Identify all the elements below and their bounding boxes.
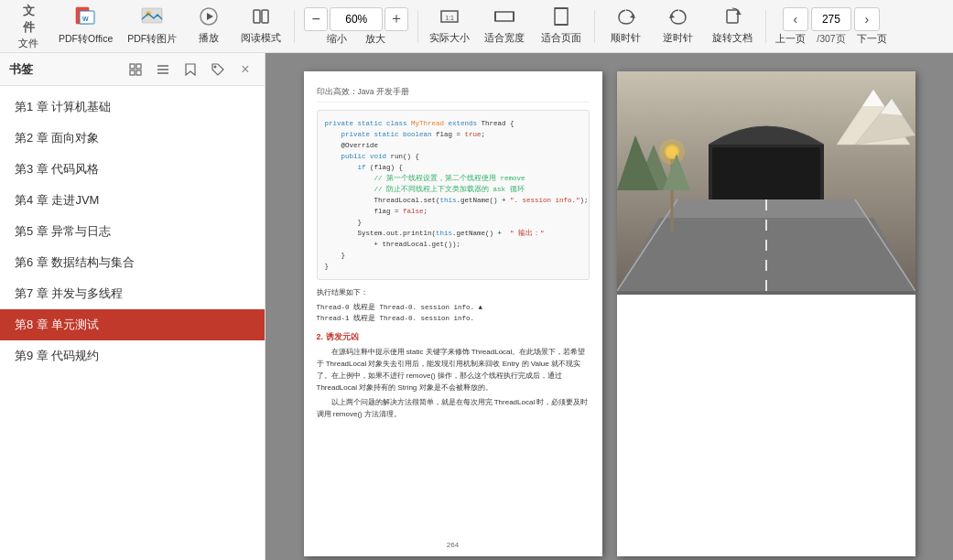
page-number-input[interactable] [811, 7, 851, 31]
svg-rect-19 [727, 10, 738, 23]
pdf-right-page: GR [617, 71, 915, 556]
svg-rect-14 [555, 8, 568, 25]
road-section [617, 71, 915, 295]
zoom-area: − ＋ 缩小 放大 [300, 4, 412, 49]
fit-width-label: 适合宽度 [484, 32, 525, 45]
sidebar-close-btn[interactable]: × [235, 59, 255, 80]
fit-page-btn[interactable]: 适合页面 [534, 4, 589, 49]
sidebar-item-ch1[interactable]: 第1 章 计算机基础 [0, 92, 265, 123]
output-line-1: Thread-0 线程是 Thread-0. session info. ▲ [317, 302, 590, 313]
svg-text:1:1: 1:1 [445, 15, 454, 21]
sidebar-title: 书签 [9, 61, 118, 78]
fit-page-icon [551, 7, 571, 30]
sidebar: 书签 × 第1 章 计算机基础第2 章 面向对象第3 章 代码风格第4 章 走进… [0, 53, 265, 560]
paragraph-1: 在源码注释中提示使用 static 关键字来修饰 ThreadLocal。在此场… [317, 347, 590, 393]
read-mode-btn[interactable]: 阅读模式 [233, 4, 288, 49]
main-area: 书签 × 第1 章 计算机基础第2 章 面向对象第3 章 代码风格第4 章 走进… [0, 53, 953, 560]
fit-page-label: 适合页面 [541, 32, 581, 45]
left-page-number: 264 [447, 541, 459, 549]
road-svg [617, 71, 915, 291]
zoom-out-label: 缩小 [327, 33, 347, 46]
read-mode-icon [252, 7, 270, 30]
svg-marker-28 [186, 64, 195, 75]
svg-text:W: W [82, 16, 89, 22]
svg-rect-21 [130, 64, 135, 69]
file-menu-btn[interactable]: 文件 文件 [5, 4, 51, 49]
prev-page-btn[interactable]: ‹ [783, 7, 808, 31]
zoom-input[interactable] [330, 7, 383, 31]
file-menu-label: 文件 [18, 38, 38, 50]
clockwise-icon [616, 7, 636, 30]
pdf-left-page: 印出高效：Java 开发手册 private static class MyTh… [304, 71, 602, 556]
counter-clockwise-btn[interactable]: 逆时针 [653, 4, 703, 49]
file-type-icon: 文件 [23, 3, 35, 36]
fit-width-btn[interactable]: 适合宽度 [477, 4, 532, 49]
actual-size-label: 实际大小 [429, 32, 470, 45]
output-block: Thread-0 线程是 Thread-0. session info. ▲ T… [317, 302, 590, 324]
svg-marker-6 [207, 13, 213, 20]
sidebar-tag-icon[interactable] [208, 59, 228, 80]
divider1 [294, 10, 295, 43]
sidebar-item-ch6[interactable]: 第6 章 数据结构与集合 [0, 247, 265, 278]
total-pages: /307页 [817, 33, 845, 46]
pdf-to-office-btn[interactable]: W PDF转Office [53, 4, 118, 49]
sidebar-item-ch8[interactable]: 第8 章 单元测试 [0, 309, 265, 340]
svg-rect-8 [262, 10, 268, 23]
play-label: 播放 [199, 32, 219, 45]
svg-point-46 [659, 139, 685, 165]
sidebar-header: 书签 × [0, 53, 265, 86]
play-icon [200, 7, 218, 30]
rotate-doc-icon [722, 7, 742, 30]
actual-size-btn[interactable]: 1:1 实际大小 [424, 4, 475, 49]
rotate-doc-btn[interactable]: 旋转文档 [705, 4, 760, 49]
zoom-in-label: 放大 [365, 33, 385, 46]
next-page-label: 下一页 [857, 33, 887, 46]
svg-rect-11 [495, 12, 514, 21]
svg-point-29 [214, 65, 217, 68]
pdf-to-image-label: PDF转图片 [127, 33, 177, 46]
actual-size-icon: 1:1 [439, 7, 460, 30]
section-title: 2. 诱发元凶 [317, 331, 590, 344]
svg-rect-23 [130, 70, 135, 75]
play-btn[interactable]: 播放 [186, 4, 232, 49]
paragraph-2: 以上两个问题的解决方法很简单，就是在每次用完 ThreadLocal 时，必须要… [317, 397, 590, 421]
sidebar-bookmark-icon[interactable] [180, 59, 200, 80]
prev-page-label: 上一页 [775, 33, 806, 46]
sidebar-item-ch9[interactable]: 第9 章 代码规约 [0, 340, 265, 372]
divider2 [417, 10, 418, 43]
pdf-viewer[interactable]: 印出高效：Java 开发手册 private static class MyTh… [265, 53, 953, 560]
execution-label: 执行结果如下： [317, 287, 590, 298]
sidebar-grid-icon[interactable] [125, 59, 146, 80]
svg-rect-22 [136, 64, 141, 69]
sidebar-item-ch7[interactable]: 第7 章 并发与多线程 [0, 278, 265, 309]
counter-clockwise-icon [668, 7, 688, 30]
divider3 [594, 10, 595, 43]
sidebar-item-ch5[interactable]: 第5 章 异常与日志 [0, 216, 265, 247]
read-mode-label: 阅读模式 [241, 32, 281, 45]
pdf-image-icon [141, 6, 163, 31]
sidebar-item-ch4[interactable]: 第4 章 走进JVM [0, 185, 265, 216]
sidebar-item-ch3[interactable]: 第3 章 代码风格 [0, 154, 265, 185]
counter-clockwise-label: 逆时针 [663, 32, 693, 45]
toolbar: 文件 文件 W PDF转Office PDF转图片 播放 阅读模式 − [0, 0, 953, 53]
pdf-to-office-label: PDF转Office [59, 33, 113, 46]
clockwise-btn[interactable]: 顺时针 [601, 4, 651, 49]
sidebar-item-ch2[interactable]: 第2 章 面向对象 [0, 123, 265, 154]
zoom-out-btn[interactable]: − [304, 7, 328, 31]
zoom-in-btn[interactable]: ＋ [384, 7, 408, 31]
svg-rect-24 [136, 70, 141, 75]
rotate-doc-label: 旋转文档 [712, 32, 753, 45]
next-page-btn[interactable]: › [854, 7, 880, 31]
pdf-to-image-btn[interactable]: PDF转图片 [120, 4, 184, 49]
clockwise-label: 顺时针 [611, 32, 641, 45]
sidebar-list-icon[interactable] [153, 59, 173, 80]
pdf-office-icon: W [75, 6, 97, 31]
sidebar-items: 第1 章 计算机基础第2 章 面向对象第3 章 代码风格第4 章 走进JVM第5… [0, 86, 265, 560]
fit-width-icon [494, 7, 514, 30]
svg-rect-7 [254, 10, 260, 23]
code-block: private static class MyThread extends Th… [317, 110, 590, 280]
page-header: 印出高效：Java 开发手册 [317, 86, 590, 102]
output-line-2: Thread-1 线程是 Thread-0. session info. [317, 313, 590, 324]
divider4 [765, 10, 766, 43]
page-nav: ‹ › 上一页 /307页 下一页 [772, 4, 890, 49]
